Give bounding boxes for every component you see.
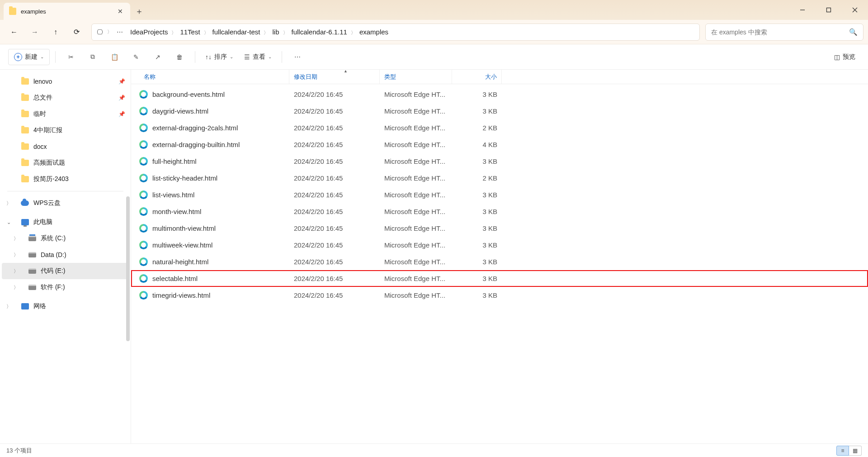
- pin-icon: 📌: [118, 78, 125, 85]
- chevron-down-icon: ⌄: [230, 54, 233, 59]
- window-controls: [789, 0, 868, 20]
- file-row[interactable]: external-dragging-builtin.html2024/2/20 …: [131, 136, 868, 153]
- column-size[interactable]: 大小: [452, 70, 502, 84]
- file-name-cell: timegrid-views.html: [131, 291, 289, 300]
- sidebar-item-network[interactable]: 〉 网络: [2, 298, 129, 314]
- sidebar-label: 此电脑: [33, 218, 52, 226]
- chevron-down-icon[interactable]: ⌄: [5, 219, 13, 225]
- share-button[interactable]: ↗: [148, 49, 168, 65]
- file-row[interactable]: selectable.html2024/2/20 16:45Microsoft …: [131, 270, 868, 287]
- search-box[interactable]: 🔍: [705, 24, 863, 41]
- breadcrumb-item[interactable]: lib: [269, 26, 282, 38]
- column-name[interactable]: 名称: [131, 70, 289, 84]
- sort-button[interactable]: ↑↓ 排序 ⌄: [201, 49, 238, 65]
- sidebar-item-folder[interactable]: 临时📌: [2, 106, 129, 122]
- file-row[interactable]: multimonth-view.html2024/2/20 16:45Micro…: [131, 220, 868, 237]
- chevron-down-icon: ⌄: [268, 54, 272, 59]
- breadcrumb-item[interactable]: IdeaProjects: [127, 26, 170, 38]
- view-button[interactable]: ☰ 查看 ⌄: [240, 49, 276, 65]
- details-view-button[interactable]: ≡: [836, 446, 849, 456]
- sidebar-item-drive[interactable]: 〉代码 (E:): [2, 263, 129, 279]
- window-tab[interactable]: examples ✕: [4, 3, 130, 20]
- file-row[interactable]: list-views.html2024/2/20 16:45Microsoft …: [131, 186, 868, 203]
- refresh-button[interactable]: ⟳: [67, 24, 86, 40]
- chevron-right-icon[interactable]: 〉: [12, 252, 20, 258]
- column-type[interactable]: 类型: [380, 70, 452, 84]
- file-type-cell: Microsoft Edge HT...: [380, 157, 452, 165]
- close-window-button[interactable]: [842, 0, 868, 20]
- file-row[interactable]: multiweek-view.html2024/2/20 16:45Micros…: [131, 237, 868, 253]
- grid-view-button[interactable]: ▦: [849, 446, 862, 456]
- sidebar-item-drive[interactable]: 〉软件 (F:): [2, 279, 129, 295]
- close-tab-button[interactable]: ✕: [116, 8, 125, 15]
- file-name: natural-height.html: [152, 258, 208, 266]
- file-row[interactable]: list-sticky-header.html2024/2/20 16:45Mi…: [131, 170, 868, 186]
- file-date-cell: 2024/2/20 16:45: [289, 258, 380, 266]
- copy-button[interactable]: ⧉: [83, 49, 103, 65]
- search-input[interactable]: [711, 29, 849, 36]
- chevron-right-icon[interactable]: 〉: [12, 284, 20, 291]
- sidebar-item-cloud[interactable]: 〉 WPS云盘: [2, 195, 129, 211]
- more-button[interactable]: ⋯: [288, 49, 307, 65]
- chevron-right-icon[interactable]: 〉: [5, 200, 13, 207]
- sidebar-item-folder[interactable]: 投简历-2403: [2, 171, 129, 187]
- chevron-right-icon[interactable]: 〉: [5, 303, 13, 310]
- plus-circle-icon: +: [14, 53, 22, 61]
- pin-icon: 📌: [118, 95, 125, 101]
- search-icon: 🔍: [849, 28, 858, 36]
- breadcrumb-bar[interactable]: 🖵 〉 ⋯ IdeaProjects〉11Test〉fullcalendar-t…: [91, 24, 700, 41]
- file-row[interactable]: natural-height.html2024/2/20 16:45Micros…: [131, 253, 868, 270]
- file-name: external-dragging-2cals.html: [152, 124, 238, 132]
- sidebar-item-folder[interactable]: 总文件📌: [2, 90, 129, 106]
- sidebar: lenovo📌总文件📌临时📌4中期汇报docx高频面试题投简历-2403 〉 W…: [0, 70, 131, 443]
- sidebar-item-folder[interactable]: 高频面试题: [2, 155, 129, 171]
- file-row[interactable]: full-height.html2024/2/20 16:45Microsoft…: [131, 153, 868, 170]
- file-row[interactable]: timegrid-views.html2024/2/20 16:45Micros…: [131, 287, 868, 304]
- sidebar-item-folder[interactable]: 4中期汇报: [2, 122, 129, 138]
- maximize-button[interactable]: [816, 0, 842, 20]
- new-tab-button[interactable]: ＋: [130, 3, 148, 20]
- sort-indicator-icon: ▲: [344, 69, 348, 73]
- file-name-cell: multimonth-view.html: [131, 224, 289, 233]
- sidebar-item-drive[interactable]: 〉Data (D:): [2, 247, 129, 263]
- file-type-cell: Microsoft Edge HT...: [380, 208, 452, 215]
- file-date-cell: 2024/2/20 16:45: [289, 224, 380, 232]
- file-list[interactable]: background-events.html2024/2/20 16:45Mic…: [131, 84, 868, 443]
- delete-button[interactable]: 🗑: [170, 49, 189, 65]
- breadcrumb-item[interactable]: fullcalendar-6.1.11: [289, 26, 350, 38]
- forward-button[interactable]: →: [25, 24, 44, 40]
- column-date[interactable]: 修改日期: [289, 70, 380, 84]
- breadcrumb-item[interactable]: fullcalendar-test: [210, 26, 263, 38]
- sidebar-item-folder[interactable]: lenovo📌: [2, 73, 129, 90]
- file-row[interactable]: external-dragging-2cals.html2024/2/20 16…: [131, 119, 868, 136]
- list-icon: ☰: [244, 53, 250, 61]
- scrollbar[interactable]: [126, 196, 130, 341]
- breadcrumb-item[interactable]: 11Test: [177, 26, 203, 38]
- sidebar-item-this-pc[interactable]: ⌄ 此电脑: [2, 214, 129, 230]
- chevron-right-icon: 〉: [282, 30, 289, 35]
- file-date-cell: 2024/2/20 16:45: [289, 241, 380, 249]
- file-date-cell: 2024/2/20 16:45: [289, 191, 380, 199]
- chevron-right-icon[interactable]: 〉: [12, 268, 20, 275]
- file-row[interactable]: daygrid-views.html2024/2/20 16:45Microso…: [131, 103, 868, 119]
- preview-button[interactable]: ◫ 预览: [830, 49, 860, 65]
- breadcrumb-overflow[interactable]: ⋯: [115, 29, 126, 36]
- cut-button[interactable]: ✂: [61, 49, 81, 65]
- paste-button[interactable]: 📋: [104, 49, 124, 65]
- breadcrumb-item[interactable]: examples: [357, 26, 391, 38]
- sidebar-item-folder[interactable]: docx: [2, 138, 129, 155]
- chevron-right-icon[interactable]: 〉: [12, 235, 20, 242]
- rename-button[interactable]: ✎: [126, 49, 146, 65]
- sidebar-label: 投简历-2403: [33, 175, 69, 183]
- new-button[interactable]: + 新建 ⌄: [8, 49, 50, 65]
- sidebar-item-drive[interactable]: 〉系统 (C:): [2, 230, 129, 247]
- minimize-button[interactable]: [789, 0, 816, 20]
- column-headers: ▲ 名称 修改日期 类型 大小: [131, 70, 868, 84]
- up-button[interactable]: ↑: [46, 24, 65, 40]
- file-row[interactable]: background-events.html2024/2/20 16:45Mic…: [131, 86, 868, 103]
- file-row[interactable]: month-view.html2024/2/20 16:45Microsoft …: [131, 203, 868, 220]
- back-button[interactable]: ←: [5, 24, 24, 40]
- pin-icon: 📌: [118, 111, 125, 117]
- file-type-cell: Microsoft Edge HT...: [380, 174, 452, 182]
- edge-icon: [139, 140, 148, 149]
